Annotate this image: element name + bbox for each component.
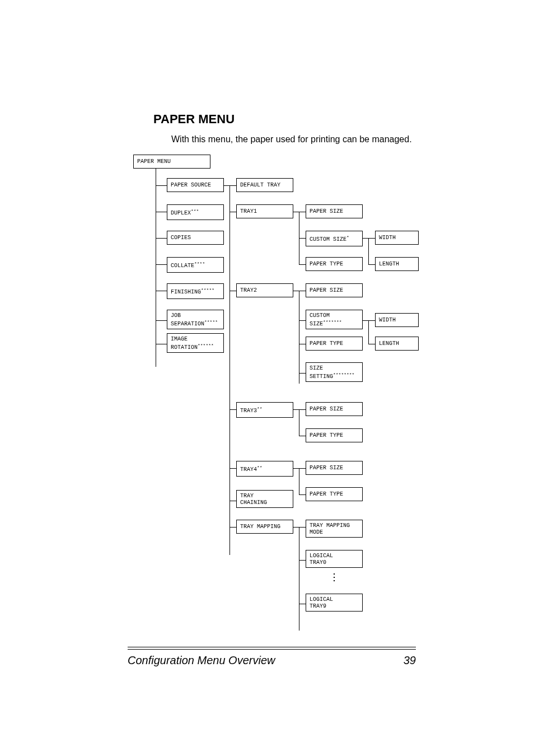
duplex-box: DUPLEX*** — [167, 204, 224, 220]
collate-box: COLLATE**** — [167, 257, 224, 273]
t2-width: WIDTH — [375, 313, 419, 327]
logical-tray9: LOGICAL TRAY9 — [306, 594, 363, 612]
tray1-box: TRAY1 — [236, 204, 293, 218]
t2-size-setting: SIZE SETTING******** — [306, 362, 363, 382]
root-box: PAPER MENU — [133, 155, 210, 169]
t1-paper-size: PAPER SIZE — [306, 204, 363, 218]
t1-paper-type: PAPER TYPE — [306, 257, 363, 271]
tray3-box: TRAY3** — [236, 402, 293, 418]
t3-paper-type: PAPER TYPE — [306, 428, 363, 442]
t2-paper-type: PAPER TYPE — [306, 337, 363, 351]
footer-page: 39 — [404, 654, 416, 667]
vdots — [334, 573, 335, 584]
t2-custom-size: CUSTOM SIZE******* — [306, 310, 363, 329]
section-heading: PAPER MENU — [153, 112, 416, 127]
tray-chaining-box: TRAY CHAINING — [236, 490, 293, 508]
menu-diagram: PAPER MENU PAPER SOURCE DUPLEX*** COPIES… — [133, 155, 424, 645]
copies-box: COPIES — [167, 231, 224, 245]
t1-width: WIDTH — [375, 231, 419, 245]
paper-source-box: PAPER SOURCE — [167, 178, 224, 192]
job-sep-box: JOB SEPARATION***** — [167, 310, 224, 329]
logical-tray0: LOGICAL TRAY0 — [306, 550, 363, 568]
t2-paper-size: PAPER SIZE — [306, 283, 363, 297]
tray-mapping-box: TRAY MAPPING — [236, 520, 293, 534]
image-rot-box: IMAGE ROTATION****** — [167, 333, 224, 353]
t4-paper-type: PAPER TYPE — [306, 487, 363, 501]
footer-title: Configuration Menu Overview — [128, 654, 275, 667]
t3-paper-size: PAPER SIZE — [306, 402, 363, 416]
tray2-box: TRAY2 — [236, 283, 293, 297]
t4-paper-size: PAPER SIZE — [306, 461, 363, 475]
section-intro: With this menu, the paper used for print… — [171, 134, 416, 144]
t1-length: LENGTH — [375, 257, 419, 271]
t1-custom-size: CUSTOM SIZE* — [306, 231, 363, 246]
tray4-box: TRAY4** — [236, 461, 293, 477]
default-tray-box: DEFAULT TRAY — [236, 178, 293, 192]
finishing-box: FINISHING***** — [167, 283, 224, 299]
tray-mapping-mode: TRAY MAPPING MODE — [306, 520, 363, 538]
t2-length: LENGTH — [375, 337, 419, 351]
